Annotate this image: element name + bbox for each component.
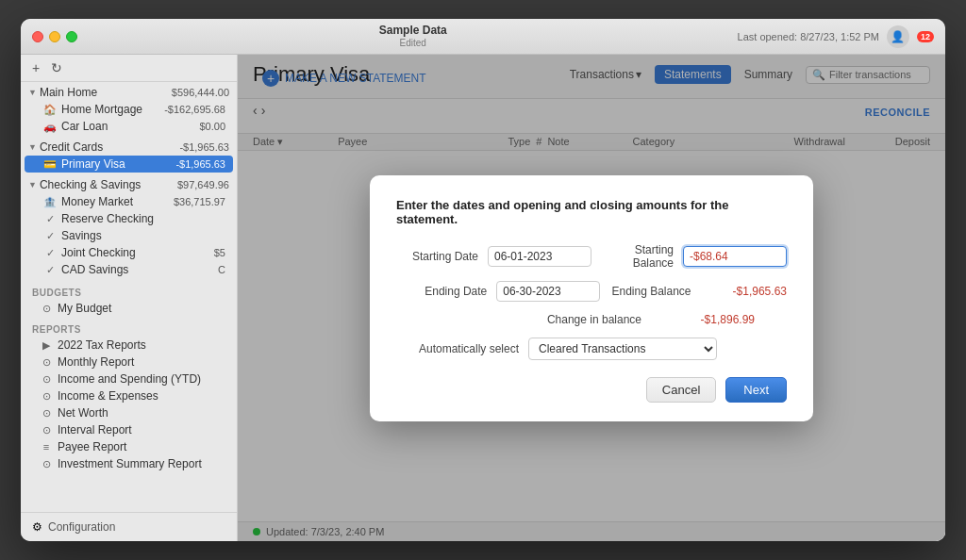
sidebar-item-2022-tax-reports[interactable]: ▶ 2022 Tax Reports bbox=[25, 337, 233, 354]
chevron-icon: ▼ bbox=[28, 142, 37, 152]
modal-title: Enter the dates and opening and closing … bbox=[396, 198, 787, 226]
sidebar-label-income-spending: Income and Spending (YTD) bbox=[58, 372, 225, 386]
ending-date-label: Ending Date bbox=[396, 285, 487, 298]
sidebar-group-amount-cs: $97,649.96 bbox=[177, 179, 229, 190]
last-opened-text: Last opened: 8/27/23, 1:52 PM bbox=[738, 31, 879, 42]
sidebar-item-checking-savings[interactable]: ▼ Checking & Savings $97,649.96 bbox=[21, 176, 237, 193]
sidebar-item-income-expenses[interactable]: ⊙ Income & Expenses bbox=[25, 387, 233, 404]
app-window: Sample Data Edited Last opened: 8/27/23,… bbox=[21, 19, 945, 541]
sidebar-label-investment: Investment Summary Report bbox=[58, 457, 225, 470]
sidebar-item-credit-cards[interactable]: ▼ Credit Cards -$1,965.63 bbox=[21, 139, 237, 156]
sidebar-label-home-mortgage: Home Mortgage bbox=[61, 103, 164, 116]
auto-select-row: Automatically select Cleared Transaction… bbox=[396, 338, 787, 360]
sidebar-label-payee: Payee Report bbox=[58, 440, 225, 453]
sidebar-item-car-loan[interactable]: 🚗 Car Loan $0.00 bbox=[25, 118, 233, 135]
configuration-label: Configuration bbox=[48, 520, 115, 534]
bank-icon: 🏦 bbox=[43, 195, 57, 208]
auto-select-label: Automatically select bbox=[396, 342, 519, 355]
sidebar-item-monthly-report[interactable]: ⊙ Monthly Report bbox=[25, 354, 233, 371]
sidebar-item-reserve-checking[interactable]: ✓ Reserve Checking bbox=[25, 210, 233, 227]
sidebar-label-net-worth: Net Worth bbox=[58, 406, 225, 420]
sidebar-label-savings: Savings bbox=[61, 229, 225, 242]
main-area: Primary Visa Transactions ▾ Statements S… bbox=[238, 55, 945, 541]
app-title: Sample Data bbox=[379, 24, 447, 37]
minimize-button[interactable] bbox=[49, 31, 60, 42]
sidebar-amount-money-market: $36,715.97 bbox=[174, 196, 225, 207]
ending-date-row: Ending Date Ending Balance -$1,965.63 bbox=[396, 281, 787, 302]
payee-icon: ≡ bbox=[40, 440, 53, 453]
sidebar-label-joint-checking: Joint Checking bbox=[61, 246, 214, 259]
sidebar-item-my-budget[interactable]: ⊙ My Budget bbox=[25, 300, 233, 317]
sidebar-label-cad-savings: CAD Savings bbox=[61, 263, 218, 276]
refresh-button[interactable]: ↻ bbox=[49, 60, 64, 75]
cancel-button[interactable]: Cancel bbox=[646, 377, 716, 403]
cad-icon: ✓ bbox=[43, 263, 57, 276]
starting-date-label: Starting Date bbox=[396, 250, 478, 263]
home-icon: 🏠 bbox=[43, 103, 57, 116]
starting-balance-label: Starting Balance bbox=[591, 243, 674, 270]
sidebar-amount-home-mortgage: -$162,695.68 bbox=[164, 104, 225, 115]
sidebar-item-income-spending-ytd[interactable]: ⊙ Income and Spending (YTD) bbox=[25, 371, 233, 387]
change-label: Change in balance bbox=[396, 313, 641, 326]
add-account-button[interactable]: + bbox=[30, 60, 42, 75]
sidebar-label-car-loan: Car Loan bbox=[61, 120, 199, 133]
reports-section-label: Reports bbox=[21, 317, 237, 337]
sidebar-label-income-expenses: Income & Expenses bbox=[58, 389, 225, 403]
sidebar-group-label: Main Home bbox=[40, 86, 172, 99]
sidebar: + ↻ ▼ Main Home $596,444.00 🏠 Home Mortg… bbox=[21, 55, 238, 541]
sidebar-item-joint-checking[interactable]: ✓ Joint Checking $5 bbox=[25, 244, 233, 261]
investment-icon: ⊙ bbox=[40, 457, 53, 470]
sidebar-label-monthly-report: Monthly Report bbox=[58, 355, 225, 369]
section-checking-savings: ▼ Checking & Savings $97,649.96 🏦 Money … bbox=[21, 174, 237, 280]
gear-icon: ⚙ bbox=[32, 520, 42, 534]
modal-buttons: Cancel Next bbox=[396, 377, 787, 403]
sidebar-label-money-market: Money Market bbox=[61, 195, 174, 208]
sidebar-item-net-worth[interactable]: ⊙ Net Worth bbox=[25, 404, 233, 421]
starting-date-input[interactable] bbox=[488, 246, 591, 267]
net-worth-icon: ⊙ bbox=[40, 406, 53, 420]
change-balance-row: Change in balance -$1,896.99 bbox=[396, 313, 787, 326]
sidebar-item-interval-report[interactable]: ⊙ Interval Report bbox=[25, 421, 233, 438]
credit-card-icon: 💳 bbox=[43, 157, 57, 171]
sidebar-label-interval: Interval Report bbox=[58, 423, 225, 436]
maximize-button[interactable] bbox=[66, 31, 77, 42]
starting-balance-input[interactable] bbox=[683, 246, 787, 267]
auto-select-dropdown[interactable]: Cleared Transactions bbox=[528, 338, 717, 360]
budgets-section-label: Budgets bbox=[21, 280, 237, 300]
sidebar-amount-joint-checking: $5 bbox=[214, 247, 225, 258]
sidebar-item-payee-report[interactable]: ≡ Payee Report bbox=[25, 438, 233, 455]
app-body: + ↻ ▼ Main Home $596,444.00 🏠 Home Mortg… bbox=[21, 55, 945, 541]
sidebar-item-primary-visa[interactable]: 💳 Primary Visa -$1,965.63 bbox=[25, 156, 233, 173]
sidebar-amount-primary-visa: -$1,965.63 bbox=[175, 158, 225, 170]
next-button[interactable]: Next bbox=[725, 377, 787, 403]
chevron-icon: ▼ bbox=[28, 88, 37, 97]
sidebar-amount-cad-savings: C bbox=[218, 264, 225, 275]
income-icon: ⊙ bbox=[40, 372, 53, 386]
sidebar-item-cad-savings[interactable]: ✓ CAD Savings C bbox=[25, 261, 233, 278]
configuration-item[interactable]: ⚙ Configuration bbox=[21, 512, 237, 541]
expand-icon: ▶ bbox=[40, 338, 53, 352]
sidebar-item-savings[interactable]: ✓ Savings bbox=[25, 227, 233, 244]
sidebar-group-amount: $596,444.00 bbox=[172, 87, 229, 98]
close-button[interactable] bbox=[32, 31, 43, 42]
chevron-icon: ▼ bbox=[28, 180, 37, 189]
interval-icon: ⊙ bbox=[40, 423, 53, 436]
user-icon[interactable]: 👤 bbox=[887, 25, 909, 48]
sidebar-label-reserve-checking: Reserve Checking bbox=[61, 212, 225, 225]
sidebar-item-main-home[interactable]: ▼ Main Home $596,444.00 bbox=[21, 84, 237, 101]
ending-date-input[interactable] bbox=[496, 281, 600, 302]
ending-balance-label: Ending Balance bbox=[600, 285, 691, 298]
sidebar-label-primary-visa: Primary Visa bbox=[61, 157, 175, 171]
budget-icon: ⊙ bbox=[40, 302, 53, 315]
sidebar-item-money-market[interactable]: 🏦 Money Market $36,715.97 bbox=[25, 193, 233, 210]
sidebar-amount-car-loan: $0.00 bbox=[199, 121, 225, 132]
sidebar-label-my-budget: My Budget bbox=[58, 302, 225, 315]
change-value: -$1,896.99 bbox=[651, 313, 755, 326]
title-bar: Sample Data Edited Last opened: 8/27/23,… bbox=[21, 19, 945, 55]
notification-badge: 12 bbox=[917, 31, 934, 42]
modal-overlay: Enter the dates and opening and closing … bbox=[238, 55, 945, 541]
sidebar-group-label-cc: Credit Cards bbox=[40, 140, 179, 154]
sidebar-item-home-mortgage[interactable]: 🏠 Home Mortgage -$162,695.68 bbox=[25, 101, 233, 118]
expenses-icon: ⊙ bbox=[40, 389, 53, 403]
sidebar-item-investment-summary[interactable]: ⊙ Investment Summary Report bbox=[25, 455, 233, 472]
